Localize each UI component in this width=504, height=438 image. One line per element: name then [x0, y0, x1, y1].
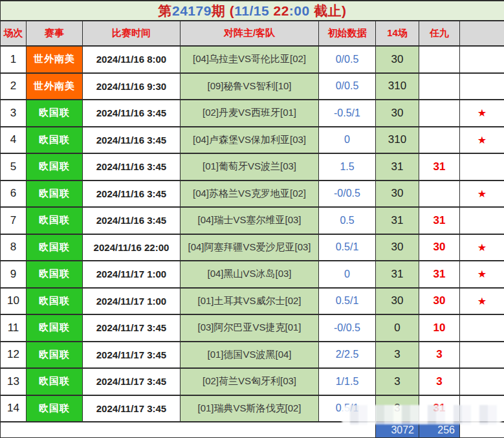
initial-data-cell: 0	[319, 261, 376, 288]
home-away-cell: [04]瑞士VS塞尔维亚[03]	[181, 207, 319, 234]
match-time-cell: 2024/11/16 3:45	[83, 207, 181, 234]
ren9-value-cell	[419, 73, 460, 100]
home-away-cell: [01]葡萄牙VS波兰[03]	[181, 153, 319, 181]
home-away-cell: [09]秘鲁VS智利[10]	[181, 73, 319, 100]
initial-data-cell: 0/0.5	[319, 73, 376, 100]
column-header-row: 场次 赛事 比赛时间 对阵主/客队 初始数据 14场 任九	[1, 21, 504, 46]
initial-data-cell: 0/0.5	[319, 46, 376, 73]
col-header-initial-data: 初始数据	[319, 21, 376, 46]
match-time-cell: 2024/11/17 3:45	[83, 395, 181, 422]
ren9-value-cell: 3	[419, 368, 460, 395]
table-row: 11 欧国联 2024/11/17 3:45 [03]阿尔巴亚VS捷克[01] …	[1, 314, 504, 342]
title-segment: 24179	[172, 3, 212, 18]
col-header-14-games: 14场	[376, 21, 419, 46]
star-marker-cell	[460, 73, 504, 100]
match-no-cell: 1	[1, 46, 27, 73]
league-badge-cell: 世外南美	[27, 46, 83, 73]
home-away-cell: [04]苏格兰VS克罗地亚[02]	[181, 181, 319, 208]
initial-data-cell: 1/1.5	[319, 368, 376, 395]
ren9-value-cell: 3	[419, 342, 460, 369]
initial-data-cell: 0.5/1	[319, 395, 376, 422]
initial-data-cell: 0.5/1	[319, 234, 376, 261]
ren9-value-cell: 31	[419, 207, 460, 234]
initial-data-cell: 0	[319, 127, 376, 154]
initial-data-cell: -0/0.5	[319, 181, 376, 208]
star-marker-cell: ★	[460, 261, 504, 288]
games14-value-cell: 30	[376, 234, 419, 261]
games14-value-cell: 30	[376, 46, 419, 73]
match-time-cell: 2024/11/17 3:45	[83, 368, 181, 395]
games14-value-cell: 310	[376, 73, 419, 100]
league-badge-cell: 欧国联	[27, 100, 83, 127]
ren9-value-cell: 31	[419, 395, 460, 422]
table-row: 5 欧国联 2024/11/16 3:45 [01]葡萄牙VS波兰[03] 1.…	[1, 153, 504, 181]
ren9-value-cell: 10	[419, 314, 460, 342]
league-badge-cell: 欧国联	[27, 153, 83, 181]
league-badge-cell: 欧国联	[27, 314, 83, 342]
league-badge-cell: 欧国联	[27, 234, 83, 261]
match-no-cell: 13	[1, 368, 27, 395]
match-no-cell: 10	[1, 288, 27, 315]
league-badge-cell: 世外南美	[27, 73, 83, 100]
home-away-cell: [02]丹麦VS西班牙[01]	[181, 100, 319, 127]
league-badge-cell: 欧国联	[27, 207, 83, 234]
match-time-cell: 2024/11/17 1:00	[83, 288, 181, 315]
match-time-cell: 2024/11/17 3:45	[83, 314, 181, 342]
home-away-cell: [04]阿塞拜疆VS爱沙尼亚[03]	[181, 234, 319, 261]
col-header-ren9: 任九	[419, 21, 460, 46]
games14-value-cell: 0	[376, 314, 419, 342]
home-away-cell: [02]荷兰VS匈牙利[03]	[181, 368, 319, 395]
ren9-value-cell: 30	[419, 234, 460, 261]
match-time-cell: 2024/11/16 3:45	[83, 153, 181, 181]
games14-value-cell: 30	[376, 100, 419, 127]
match-no-cell: 6	[1, 181, 27, 208]
col-header-match-time: 比赛时间	[83, 21, 181, 46]
match-no-cell: 5	[1, 153, 27, 181]
star-marker-cell: ★	[460, 181, 504, 208]
home-away-cell: [03]阿尔巴亚VS捷克[01]	[181, 314, 319, 342]
totals-empty-cell	[1, 422, 376, 438]
initial-data-cell: -0/0.5	[319, 314, 376, 342]
table-row: 3 欧国联 2024/11/16 3:45 [02]丹麦VS西班牙[01] -0…	[1, 100, 504, 127]
league-badge-cell: 欧国联	[27, 342, 83, 369]
initial-data-cell: 0.5	[319, 207, 376, 234]
match-time-cell: 2024/11/16 8:00	[83, 46, 181, 73]
table-row: 2 世外南美 2024/11/16 9:30 [09]秘鲁VS智利[10] 0/…	[1, 73, 504, 100]
star-marker-cell	[460, 395, 504, 422]
league-badge-cell: 欧国联	[27, 288, 83, 315]
initial-data-cell: 2/2.5	[319, 342, 376, 369]
totals-row: 3072 256	[1, 422, 504, 438]
star-marker-cell	[460, 368, 504, 395]
ren9-value-cell: 30	[419, 288, 460, 315]
lottery-table-sheet: 第24179期 (11/15 22:00 截止) 场次 赛事 比赛时间 对阵主/…	[0, 0, 504, 438]
initial-data-cell: 1.5	[319, 153, 376, 181]
table-row: 1 世外南美 2024/11/16 8:00 [04]乌拉圭VS哥伦比亚[02]…	[1, 46, 504, 73]
match-no-cell: 11	[1, 314, 27, 342]
home-away-cell: [01]德国VS波黑[04]	[181, 342, 319, 369]
match-time-cell: 2024/11/16 9:30	[83, 73, 181, 100]
league-badge-cell: 欧国联	[27, 261, 83, 288]
title-row: 第24179期 (11/15 22:00 截止)	[1, 1, 504, 21]
games14-value-cell: 3	[376, 368, 419, 395]
home-away-cell: [01]土耳其VS威尔士[02]	[181, 288, 319, 315]
table-row: 14 欧国联 2024/11/17 3:45 [01]瑞典VS斯洛伐克[02] …	[1, 395, 504, 422]
match-no-cell: 2	[1, 73, 27, 100]
initial-data-cell: 0.5/1	[319, 288, 376, 315]
match-no-cell: 4	[1, 127, 27, 154]
match-time-cell: 2024/11/16 3:45	[83, 100, 181, 127]
table-row: 10 欧国联 2024/11/17 1:00 [01]土耳其VS威尔士[02] …	[1, 288, 504, 315]
table-row: 7 欧国联 2024/11/16 3:45 [04]瑞士VS塞尔维亚[03] 0…	[1, 207, 504, 234]
star-marker-cell	[460, 342, 504, 369]
table-row: 8 欧国联 2024/11/16 22:00 [04]阿塞拜疆VS爱沙尼亚[03…	[1, 234, 504, 261]
games14-value-cell: 31	[376, 153, 419, 181]
match-no-cell: 9	[1, 261, 27, 288]
table-row: 6 欧国联 2024/11/16 3:45 [04]苏格兰VS克罗地亚[02] …	[1, 181, 504, 208]
title-segment: 22	[269, 3, 289, 18]
match-no-cell: 14	[1, 395, 27, 422]
games14-value-cell: 30	[376, 181, 419, 208]
games14-value-cell: 310	[376, 127, 419, 154]
table-row: 4 欧国联 2024/11/16 3:45 [04]卢森堡VS保加利亚[03] …	[1, 127, 504, 154]
league-badge-cell: 欧国联	[27, 368, 83, 395]
match-no-cell: 7	[1, 207, 27, 234]
ren9-value-cell	[419, 46, 460, 73]
